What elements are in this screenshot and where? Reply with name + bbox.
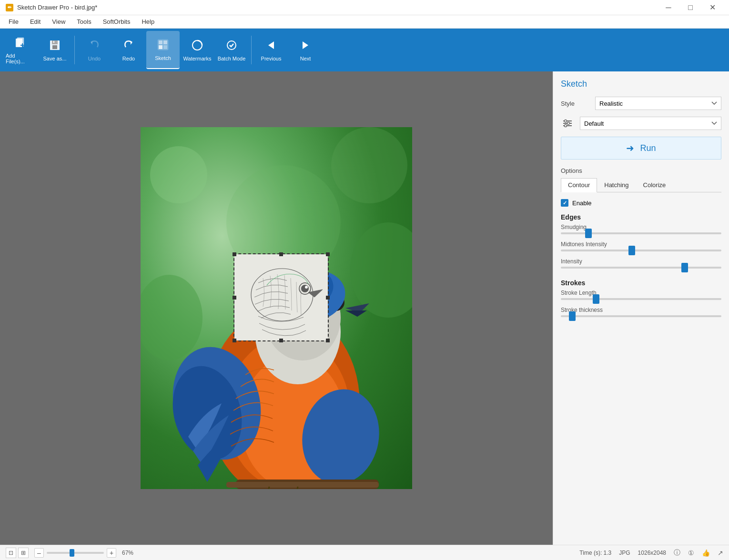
- run-button[interactable]: ➜ Run: [561, 137, 721, 160]
- handle-mr[interactable]: [326, 296, 330, 300]
- svg-marker-9: [131, 41, 132, 45]
- presets-row: Default Light Dark Custom: [561, 117, 721, 130]
- zoom-controls: ⊡ ⊞ – + 67%: [6, 548, 133, 558]
- next-icon: [299, 39, 312, 54]
- save-as-icon: [48, 39, 61, 54]
- zoom-out-button[interactable]: –: [34, 548, 44, 558]
- next-label: Next: [300, 56, 311, 61]
- style-row: Style Realistic Pencil Charcoal Ink: [561, 97, 721, 110]
- status-left: ⊡ ⊞ – + 67%: [6, 548, 133, 558]
- next-button[interactable]: Next: [289, 31, 322, 69]
- zoom-percent: 67%: [122, 550, 133, 556]
- format-label: JPG: [619, 550, 630, 556]
- zoom-slider-thumb[interactable]: [70, 549, 74, 557]
- toolbar-sep-1: [74, 36, 75, 64]
- thumbs-up-button[interactable]: 👍: [702, 549, 710, 557]
- info-button[interactable]: ⓘ: [674, 549, 680, 557]
- add-files-button[interactable]: Add File(s)...: [4, 31, 37, 69]
- tab-hatching[interactable]: Hatching: [597, 178, 636, 192]
- status-bar: ⊡ ⊞ – + 67% Time (s): 1.3 JPG 1026x2048 …: [0, 545, 729, 560]
- handle-tl[interactable]: [233, 252, 236, 256]
- stroke-length-container: Stroke Length: [561, 290, 721, 300]
- handle-br[interactable]: [326, 339, 330, 342]
- svg-rect-13: [159, 45, 162, 49]
- handle-bl[interactable]: [233, 339, 236, 342]
- undo-icon: [88, 39, 101, 54]
- handle-ml[interactable]: [233, 296, 236, 300]
- intensity-slider[interactable]: [561, 267, 721, 269]
- svg-point-20: [331, 127, 407, 203]
- handle-bm[interactable]: [279, 339, 283, 342]
- sketch-button[interactable]: Sketch: [146, 31, 180, 69]
- canvas-area[interactable]: [0, 71, 553, 545]
- svg-rect-11: [159, 40, 162, 44]
- close-button[interactable]: ✕: [701, 0, 723, 15]
- midtones-label: Midtones Intensity: [561, 241, 721, 248]
- intensity-container: Intensity: [561, 258, 721, 269]
- undo-button[interactable]: Undo: [78, 31, 111, 69]
- stroke-length-slider[interactable]: [561, 298, 721, 300]
- tab-colorize[interactable]: Colorize: [636, 178, 673, 192]
- svg-rect-5: [52, 40, 58, 44]
- menu-help[interactable]: Help: [137, 16, 159, 27]
- redo-button[interactable]: Redo: [112, 31, 145, 69]
- help-button[interactable]: ①: [688, 549, 694, 557]
- save-as-label: Save as...: [43, 56, 67, 61]
- maximize-button[interactable]: □: [679, 0, 701, 15]
- smudging-slider[interactable]: [561, 232, 721, 234]
- run-arrow-icon: ➜: [626, 142, 634, 154]
- checkmark-icon: ✓: [563, 200, 567, 206]
- menu-bar: File Edit View Tools SoftOrbits Help: [0, 15, 729, 29]
- sketch-icon: [156, 38, 170, 53]
- save-as-button[interactable]: Save as...: [38, 31, 71, 69]
- selection-box[interactable]: [233, 253, 329, 341]
- svg-rect-14: [163, 45, 167, 49]
- app-icon: ✏: [6, 4, 13, 11]
- watermarks-label: Watermarks: [183, 56, 212, 61]
- zoom-slider[interactable]: [47, 552, 104, 554]
- tab-contour[interactable]: Contour: [561, 178, 597, 192]
- stroke-thickness-label: Stroke thickness: [561, 307, 721, 313]
- handle-tr[interactable]: [326, 252, 330, 256]
- stroke-thickness-slider[interactable]: [561, 315, 721, 317]
- batch-mode-button[interactable]: Batch Mode: [215, 31, 248, 69]
- stroke-length-thumb[interactable]: [593, 294, 599, 304]
- svg-point-19: [150, 146, 207, 203]
- batch-mode-icon: [225, 39, 238, 54]
- run-label: Run: [640, 143, 656, 153]
- redo-icon: [122, 39, 135, 54]
- menu-file[interactable]: File: [4, 16, 23, 27]
- menu-view[interactable]: View: [47, 16, 70, 27]
- smudging-container: Smudging: [561, 224, 721, 234]
- smudging-thumb[interactable]: [585, 229, 592, 238]
- svg-point-47: [565, 120, 567, 122]
- panel-title: Sketch: [561, 79, 721, 89]
- presets-select[interactable]: Default Light Dark Custom: [580, 117, 721, 130]
- handle-tm[interactable]: [279, 252, 283, 256]
- tabs-row: Contour Hatching Colorize: [561, 178, 721, 192]
- enable-label: Enable: [572, 200, 591, 207]
- stroke-length-label: Stroke Length: [561, 290, 721, 296]
- menu-edit[interactable]: Edit: [25, 16, 45, 27]
- share-button[interactable]: ↗: [718, 549, 723, 557]
- midtones-thumb[interactable]: [628, 246, 635, 255]
- midtones-slider[interactable]: [561, 250, 721, 251]
- svg-point-49: [565, 125, 567, 127]
- stroke-thickness-thumb[interactable]: [569, 311, 576, 321]
- menu-softorbits[interactable]: SoftOrbits: [98, 16, 135, 27]
- enable-checkbox[interactable]: ✓: [561, 199, 568, 207]
- fit-view-button[interactable]: ⊡: [6, 548, 16, 558]
- svg-rect-6: [52, 45, 57, 49]
- previous-button[interactable]: Previous: [254, 31, 288, 69]
- fit-page-button[interactable]: ⊞: [18, 548, 29, 558]
- previous-label: Previous: [261, 56, 282, 61]
- intensity-thumb[interactable]: [681, 263, 688, 272]
- watermarks-button[interactable]: Watermarks: [181, 31, 214, 69]
- sketch-label: Sketch: [155, 55, 171, 61]
- menu-tools[interactable]: Tools: [72, 16, 96, 27]
- watermarks-icon: [191, 39, 204, 54]
- style-select[interactable]: Realistic Pencil Charcoal Ink: [595, 97, 721, 110]
- minimize-button[interactable]: ─: [658, 0, 679, 15]
- zoom-in-button[interactable]: +: [107, 548, 116, 558]
- stroke-thickness-container: Stroke thickness: [561, 307, 721, 317]
